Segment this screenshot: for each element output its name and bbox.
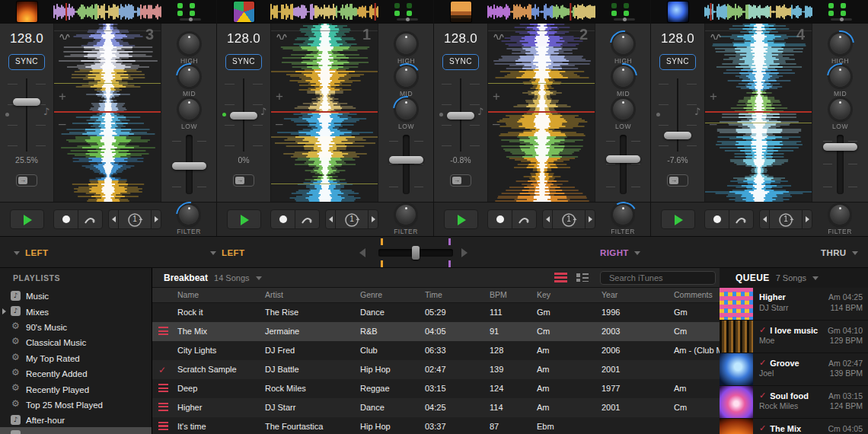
deck-1-pitch-fader[interactable]: ♪ xyxy=(0,78,53,152)
deck-4-overview-waveform[interactable] xyxy=(704,3,812,21)
column-header-time[interactable]: Time xyxy=(425,290,442,299)
deck-3-loop-halve-button[interactable] xyxy=(542,209,553,229)
column-header-artist[interactable]: Artist xyxy=(265,290,283,299)
deck-2-loop-double-button[interactable] xyxy=(368,209,378,229)
deck-1-sync-button[interactable]: SYNC xyxy=(8,54,45,70)
deck-2-album-art[interactable] xyxy=(234,2,254,22)
deck-3-volume-handle[interactable] xyxy=(606,155,640,163)
waveform-zoom-in-button[interactable]: + xyxy=(276,89,283,104)
sidebar-item-classical-music[interactable]: ⚙Classical Music xyxy=(0,335,152,350)
waveform-zoom-in-button[interactable]: + xyxy=(710,89,717,104)
queue-item[interactable]: ✓I love musicGm 04:10 Moe129 BPM xyxy=(720,321,868,353)
column-header-genre[interactable]: Genre xyxy=(360,290,382,299)
deck-3-cue-set-button[interactable] xyxy=(487,209,512,229)
deck-3-album-art[interactable] xyxy=(451,2,471,22)
deck-3-low-knob[interactable] xyxy=(613,99,633,120)
deck-2-loop-button[interactable]: 1 xyxy=(335,209,369,229)
deck-1-loop-double-button[interactable] xyxy=(151,209,161,229)
list-view-button[interactable] xyxy=(554,273,567,282)
table-row[interactable]: It's timeThe FourtasticaHip Hop03:3787Eb… xyxy=(152,417,720,434)
deck-2-low-knob[interactable] xyxy=(396,99,416,120)
deck-2-sync-button[interactable]: SYNC xyxy=(225,54,262,70)
deck-3-keylock-button[interactable]: → xyxy=(450,174,471,187)
deck-3-sync-button[interactable]: SYNC xyxy=(442,54,479,70)
deck-2-filter-knob[interactable] xyxy=(396,205,416,225)
deck-2-high-knob[interactable] xyxy=(396,34,416,54)
deck-1-low-knob[interactable] xyxy=(179,99,199,120)
column-header-comments[interactable]: Comments xyxy=(674,290,713,299)
deck-4-loop-halve-button[interactable] xyxy=(759,209,770,229)
deck-2-overview-waveform[interactable] xyxy=(270,3,378,21)
sidebar-item-top-25-most-played[interactable]: ⚙Top 25 Most Played xyxy=(0,397,152,413)
deck-4-album-art[interactable] xyxy=(668,2,688,22)
crossfader-left-arrow[interactable] xyxy=(359,248,365,257)
sidebar-item-my-top-rated[interactable]: ⚙My Top Rated xyxy=(0,351,152,366)
search-field[interactable] xyxy=(600,271,716,285)
deck-3-pitch-handle[interactable] xyxy=(447,112,474,120)
deck-4-gain-slider[interactable] xyxy=(831,18,852,21)
queue-item[interactable]: ✓Soul foodAm 03:15 Rock Miles124 BPM xyxy=(720,386,868,419)
sidebar-item-mixes[interactable]: ♪Mixes xyxy=(0,304,152,319)
sidebar-item-selected-partial[interactable] xyxy=(0,427,152,434)
sidebar-item-recently-added[interactable]: ⚙Recently Added xyxy=(0,366,152,381)
deck-2-cue-jump-button[interactable] xyxy=(295,209,320,229)
column-header-bpm[interactable]: BPM xyxy=(490,290,507,299)
deck-1-volume-fader[interactable] xyxy=(161,135,217,194)
deck-1-gain-slider[interactable] xyxy=(180,18,201,21)
waveform-zoom-out-button[interactable]: – xyxy=(276,116,282,132)
crossfader-right-arrow[interactable] xyxy=(461,248,468,257)
column-header-name[interactable]: Name xyxy=(177,290,199,299)
deck-2-keylock-button[interactable]: → xyxy=(233,174,254,187)
deck-1-waveform-panel[interactable]: 3 + – xyxy=(53,24,161,202)
deck-3-filter-knob[interactable] xyxy=(613,205,633,225)
deck-1-cue-jump-button[interactable] xyxy=(78,209,103,229)
table-row[interactable]: ✓ Scratch SampleDJ BattleHip Hop02:47139… xyxy=(152,360,720,379)
deck-4-cue-jump-button[interactable] xyxy=(729,209,754,229)
deck-2-waveform-panel[interactable]: 1 + – xyxy=(270,24,378,202)
deck-3-mid-knob[interactable] xyxy=(613,66,633,87)
album-view-button[interactable] xyxy=(576,273,589,282)
deck-1-keylock-button[interactable]: → xyxy=(16,174,37,187)
deck-1-loop-halve-button[interactable] xyxy=(108,209,119,229)
deck-2-loop-halve-button[interactable] xyxy=(325,209,336,229)
table-row[interactable]: DeepRock MilesReggae03:15124Am1977Am xyxy=(152,379,720,398)
deck-2-pitch-handle[interactable] xyxy=(230,112,257,120)
deck-3-cue-jump-button[interactable] xyxy=(512,209,537,229)
sidebar-item-music[interactable]: ♪Music xyxy=(0,289,152,304)
deck-4-play-button[interactable] xyxy=(661,209,695,229)
table-row[interactable]: HigherDJ StarrDance04:25114Am2001Cm xyxy=(152,398,720,417)
crossfader[interactable] xyxy=(378,247,453,259)
library-title-dropdown[interactable]: Breakbeat 14 Songs xyxy=(164,268,262,288)
deck-1-loop-button[interactable]: 1 xyxy=(118,209,152,229)
deck-1-output-assign[interactable]: LEFT xyxy=(14,237,48,269)
deck-4-output-assign[interactable]: THRU xyxy=(821,237,858,269)
deck-4-filter-knob[interactable] xyxy=(830,205,850,225)
deck-2-cue-set-button[interactable] xyxy=(270,209,295,229)
sidebar-item-90s-music[interactable]: ⚙90's Music xyxy=(0,320,152,335)
deck-4-loop-button[interactable]: 1 xyxy=(769,209,803,229)
deck-3-play-button[interactable] xyxy=(444,209,478,229)
deck-4-keylock-button[interactable]: → xyxy=(667,174,688,187)
waveform-zoom-out-button[interactable]: – xyxy=(493,116,499,132)
deck-4-pitch-fader[interactable]: ♪ xyxy=(651,78,704,152)
deck-3-loop-double-button[interactable] xyxy=(585,209,595,229)
deck-4-mid-knob[interactable] xyxy=(830,66,850,87)
deck-1-album-art[interactable] xyxy=(17,2,37,22)
deck-2-output-assign[interactable]: LEFT xyxy=(210,237,244,269)
deck-1-mid-knob[interactable] xyxy=(179,66,199,87)
deck-1-filter-knob[interactable] xyxy=(179,205,199,225)
deck-3-gain-slider[interactable] xyxy=(614,18,635,21)
deck-1-overview-waveform[interactable] xyxy=(53,3,161,21)
deck-2-volume-handle[interactable] xyxy=(389,156,423,164)
table-row-selected[interactable]: The MixJermaineR&B04:0591Cm2003Cm xyxy=(152,322,720,341)
waveform-zoom-out-button[interactable]: – xyxy=(710,116,716,132)
deck-2-gain-slider[interactable] xyxy=(397,18,418,21)
queue-item[interactable]: ✓The MixCm 04:05 Jermaine91 BPM xyxy=(720,419,868,434)
waveform-zoom-in-button[interactable]: + xyxy=(493,89,500,104)
deck-4-high-knob[interactable] xyxy=(830,34,850,54)
table-row[interactable]: Rock itThe RiseDance05:29111Gm1996Gm xyxy=(152,303,720,322)
column-header-year[interactable]: Year xyxy=(602,290,617,299)
deck-2-pitch-fader[interactable]: ♪ xyxy=(217,78,270,152)
deck-1-pitch-handle[interactable] xyxy=(13,98,40,106)
deck-1-high-knob[interactable] xyxy=(179,34,199,54)
